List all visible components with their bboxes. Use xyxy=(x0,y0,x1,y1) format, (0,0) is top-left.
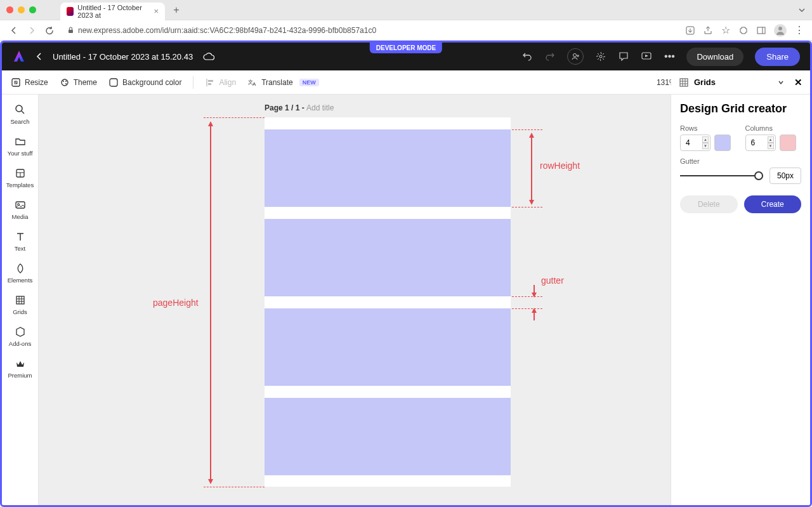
extensions-icon[interactable] xyxy=(738,25,749,36)
page-canvas[interactable] xyxy=(265,117,511,487)
slider-thumb[interactable] xyxy=(754,171,763,180)
browser-tab[interactable]: Untitled - 17 October 2023 at × xyxy=(60,3,165,20)
arrow-up-icon xyxy=(529,133,534,138)
svg-rect-33 xyxy=(16,296,24,304)
invite-user-icon[interactable] xyxy=(567,48,584,65)
sidebar-item-text[interactable]: Text xyxy=(2,227,38,256)
text-icon xyxy=(14,230,27,243)
annotation-gutter: gutter xyxy=(541,275,564,286)
tab-close-icon[interactable]: × xyxy=(154,6,159,16)
svg-point-4 xyxy=(778,27,782,30)
browser-url-bar: new.express.adobe.com/id/urn:aaid:sc:VA6… xyxy=(0,20,812,41)
url-field[interactable]: new.express.adobe.com/id/urn:aaid:sc:VA6… xyxy=(67,26,680,35)
tab-title: Untitled - 17 October 2023 at xyxy=(77,4,150,19)
url-actions: ☆ ⋮ xyxy=(685,24,804,37)
header-back-button[interactable] xyxy=(36,52,43,61)
annotation-pageheight: pageHeight xyxy=(153,298,199,308)
annotation-line xyxy=(512,129,542,130)
svg-point-11 xyxy=(65,81,67,82)
window-close-light[interactable] xyxy=(6,6,13,13)
share-url-icon[interactable] xyxy=(703,25,713,36)
gutter-slider[interactable] xyxy=(680,175,763,176)
translate-tool[interactable]: 文ATranslateNEW xyxy=(247,77,319,88)
row-color-swatch[interactable] xyxy=(714,135,731,151)
rows-input[interactable]: 4 ▲▼ xyxy=(680,135,710,151)
align-label: Align xyxy=(219,78,236,87)
present-icon[interactable] xyxy=(641,51,652,62)
rows-stepper[interactable]: ▲▼ xyxy=(702,136,709,149)
browser-forward-button[interactable] xyxy=(25,24,38,37)
sidebar-item-templates[interactable]: Templates xyxy=(2,163,38,192)
panel-name: Grids xyxy=(694,77,716,87)
browser-back-button[interactable] xyxy=(8,24,20,37)
grid-row[interactable] xyxy=(265,129,511,207)
grid-row[interactable] xyxy=(265,398,511,475)
panel-collapse-icon[interactable] xyxy=(778,79,784,86)
undo-icon[interactable] xyxy=(521,51,533,62)
page-info[interactable]: Page 1 / 1 - Add title xyxy=(265,103,334,112)
redo-icon[interactable] xyxy=(544,51,556,62)
more-options-icon[interactable]: ••• xyxy=(664,51,675,62)
bgcolor-tool[interactable]: Background color xyxy=(108,77,181,88)
sidebar-item-grids[interactable]: Grids xyxy=(2,290,38,319)
grid-row[interactable] xyxy=(265,308,511,386)
annotation-line xyxy=(204,117,265,118)
grid-row[interactable] xyxy=(265,219,511,296)
svg-point-26 xyxy=(16,105,22,112)
panel-icon[interactable] xyxy=(756,25,766,36)
gutter-value[interactable]: 50px xyxy=(769,168,801,184)
svg-rect-13 xyxy=(110,79,117,86)
grids-icon xyxy=(14,294,27,306)
resize-tool[interactable]: Resize xyxy=(11,77,48,88)
theme-tool[interactable]: Theme xyxy=(60,77,97,88)
sidebar-item-label: Templates xyxy=(6,181,34,188)
help-icon[interactable] xyxy=(595,51,606,62)
panel-header: Grids ✕ xyxy=(671,70,810,95)
sidebar-item-premium[interactable]: Premium xyxy=(2,353,38,383)
sidebar-item-label: Grids xyxy=(13,308,27,315)
column-color-swatch[interactable] xyxy=(780,135,796,151)
columns-input[interactable]: 6 ▲▼ xyxy=(745,135,776,151)
rows-value: 4 xyxy=(681,138,690,147)
sidebar-item-addons[interactable]: Add-ons xyxy=(2,322,38,351)
annotation-line xyxy=(512,207,542,207)
comment-icon[interactable] xyxy=(618,51,629,62)
annotation-arrow xyxy=(210,122,211,483)
new-tab-button[interactable]: + xyxy=(170,4,183,16)
share-button[interactable]: Share xyxy=(755,48,800,66)
canvas-area[interactable]: Page 1 / 1 - Add title pageHeight rowHei… xyxy=(39,95,671,505)
panel-close-icon[interactable]: ✕ xyxy=(794,77,802,88)
adobe-express-logo-icon[interactable] xyxy=(12,49,26,63)
add-title-placeholder: Add title xyxy=(306,103,334,112)
arrow-up-icon xyxy=(532,308,537,313)
sidebar-item-label: Your stuff xyxy=(8,150,33,157)
window-maximize-light[interactable] xyxy=(29,6,36,13)
more-menu-icon[interactable]: ⋮ xyxy=(794,25,804,36)
install-app-icon[interactable] xyxy=(685,25,695,36)
toolbar-divider xyxy=(193,76,193,89)
document-title[interactable]: Untitled - 17 October 2023 at 15.20.43 xyxy=(53,52,193,62)
tabs-overflow-icon[interactable] xyxy=(798,6,806,14)
columns-stepper[interactable]: ▲▼ xyxy=(768,136,774,149)
sidebar-item-elements[interactable]: Elements xyxy=(2,258,38,287)
sidebar-item-search[interactable]: Search xyxy=(2,100,38,129)
window-minimize-light[interactable] xyxy=(18,6,25,13)
create-button[interactable]: Create xyxy=(744,195,802,213)
grids-panel-icon xyxy=(679,77,689,88)
sidebar-item-yourstuff[interactable]: Your stuff xyxy=(2,131,38,161)
lock-icon xyxy=(67,27,74,34)
bookmark-icon[interactable]: ☆ xyxy=(721,25,731,36)
templates-icon xyxy=(14,167,27,180)
sidebar-item-media[interactable]: Media xyxy=(2,195,38,224)
svg-text:A: A xyxy=(252,81,256,87)
svg-point-10 xyxy=(63,81,64,82)
annotation-line xyxy=(512,296,542,297)
svg-rect-38 xyxy=(680,79,688,86)
folder-icon xyxy=(14,135,27,148)
profile-icon[interactable] xyxy=(774,24,787,37)
svg-rect-16 xyxy=(208,83,211,85)
browser-reload-button[interactable] xyxy=(43,24,56,37)
annotation-line xyxy=(512,308,542,309)
svg-point-9 xyxy=(62,79,68,86)
download-button[interactable]: Download xyxy=(686,48,743,66)
